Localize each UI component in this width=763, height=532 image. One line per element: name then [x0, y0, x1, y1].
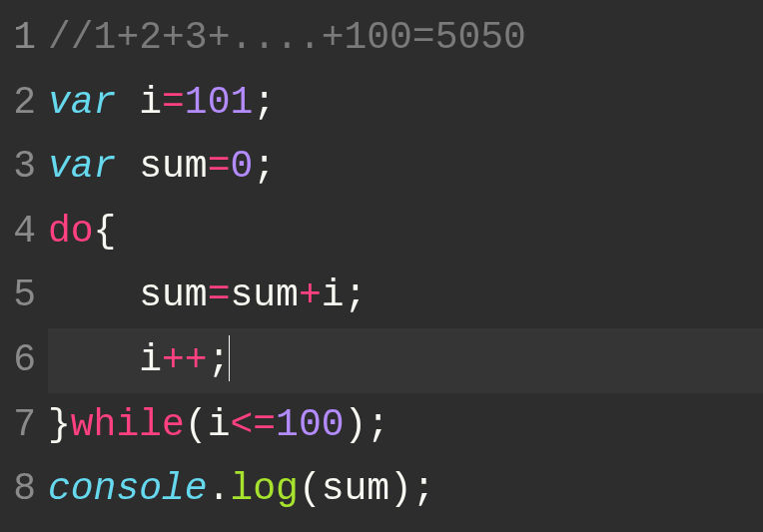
punct-token: ; — [367, 403, 389, 446]
code-line[interactable]: sum=sum+i; — [48, 264, 763, 328]
identifier-token: sum — [230, 273, 298, 316]
number-token: 0 — [230, 145, 253, 188]
keyword-token: var — [48, 145, 116, 188]
punct-token: } — [48, 403, 71, 446]
code-editor[interactable]: 1 2 3 4 5 6 7 8 //1+2+3+....+100=5050 va… — [0, 6, 763, 532]
identifier-token: sum — [139, 273, 207, 316]
number-token: 101 — [185, 81, 253, 124]
code-line[interactable]: console.log(sum); — [48, 457, 763, 522]
line-number: 1 — [0, 6, 36, 71]
punct-token: ; — [345, 273, 368, 316]
identifier-token: i — [139, 81, 162, 124]
operator-token: = — [208, 145, 231, 188]
punct-token: ) — [389, 467, 412, 510]
keyword-token: while — [71, 403, 185, 446]
code-line[interactable]: //1+2+3+....+100=5050 — [48, 6, 763, 71]
operator-token: ++ — [162, 338, 208, 381]
method-token: log — [230, 467, 298, 510]
text-cursor — [229, 335, 230, 381]
line-number: 2 — [0, 71, 36, 136]
number-token: 100 — [276, 403, 344, 446]
code-line[interactable]: do{ — [48, 200, 763, 265]
identifier-token: sum — [322, 467, 389, 510]
code-line[interactable]: }while(i<=100); — [48, 393, 763, 458]
punct-token: ( — [185, 403, 208, 446]
operator-token: + — [299, 273, 322, 316]
identifier-token: i — [322, 273, 345, 316]
line-number-gutter: 1 2 3 4 5 6 7 8 — [0, 6, 48, 532]
punct-token: ( — [299, 467, 322, 510]
line-number: 5 — [0, 264, 36, 328]
punct-token: . — [208, 467, 231, 510]
line-number: 7 — [0, 393, 36, 458]
keyword-token: do — [48, 210, 94, 253]
line-number: 4 — [0, 200, 36, 265]
comment-token: //1+2+3+....+100=5050 — [48, 16, 526, 59]
code-line[interactable]: var sum=0; — [48, 135, 763, 200]
line-number: 6 — [0, 328, 36, 393]
punct-token: ; — [253, 81, 276, 124]
identifier-token: sum — [139, 145, 207, 188]
operator-token: <= — [230, 403, 276, 446]
whitespace — [116, 81, 139, 124]
code-area[interactable]: //1+2+3+....+100=5050 var i=101; var sum… — [48, 6, 763, 532]
whitespace — [48, 273, 139, 316]
operator-token: = — [208, 273, 231, 316]
whitespace — [48, 338, 139, 381]
punct-token: ) — [345, 403, 368, 446]
punct-token: ; — [412, 467, 435, 510]
line-number: 3 — [0, 135, 36, 200]
punct-token: ; — [208, 338, 231, 381]
identifier-token: i — [139, 338, 162, 381]
identifier-token: i — [208, 403, 231, 446]
operator-token: = — [162, 81, 185, 124]
whitespace — [116, 145, 139, 188]
code-line[interactable]: i++; — [48, 328, 763, 393]
keyword-token: var — [48, 81, 116, 124]
punct-token: { — [94, 210, 117, 253]
line-number: 8 — [0, 457, 36, 522]
punct-token: ; — [253, 145, 276, 188]
identifier-token: console — [48, 467, 208, 510]
code-line[interactable]: var i=101; — [48, 71, 763, 136]
